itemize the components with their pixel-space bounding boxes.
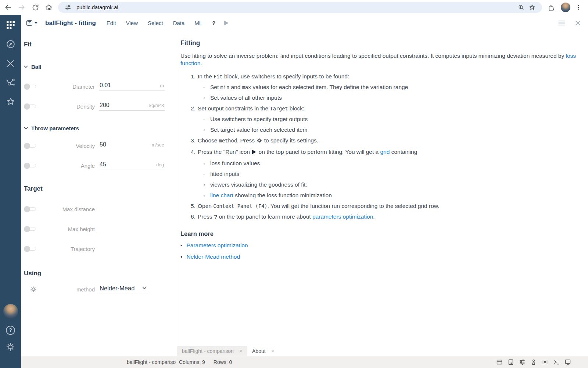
toggle-knob — [24, 84, 30, 90]
close-icon[interactable]: × — [239, 348, 242, 354]
workspaces-button[interactable]: 3 — [26, 20, 37, 26]
variables-icon[interactable] — [542, 359, 548, 365]
parameters-optimization-link[interactable]: Parameters optimization — [186, 242, 248, 249]
circle-bullet: ◦ — [203, 116, 210, 123]
input-angle[interactable]: 45deg — [99, 161, 165, 170]
help-step-5: 5.Open Context Panel (F4). You will get … — [180, 202, 581, 210]
toggle-trajectory[interactable] — [24, 246, 36, 252]
console-icon[interactable] — [553, 359, 560, 365]
group-label: Throw parameters — [31, 125, 79, 131]
toggle-density[interactable] — [24, 103, 36, 110]
toggle-max-distance[interactable] — [24, 206, 36, 212]
method-settings-gear-icon[interactable] — [30, 286, 37, 293]
text: viewers visualizing the goodness of fit: — [210, 181, 307, 188]
toggle-angle[interactable] — [24, 163, 36, 169]
user-info-icon[interactable] — [530, 359, 537, 365]
browse-compass-icon[interactable] — [6, 39, 15, 49]
substep-text: line chart showing the loss function min… — [210, 192, 332, 199]
toggle-diameter[interactable] — [24, 84, 36, 90]
menu-view[interactable]: View — [126, 20, 138, 26]
text: . — [373, 213, 374, 220]
text: . Press — [237, 137, 257, 144]
reload-icon[interactable] — [31, 3, 40, 12]
step-text: Open Context Panel (F4). You will get th… — [198, 202, 439, 210]
target-section-title: Target — [24, 185, 177, 192]
help-menu-button[interactable]: ? — [212, 20, 215, 26]
input-unit: m — [160, 83, 164, 88]
hamburger-menu-icon[interactable] — [558, 20, 565, 26]
zoom-icon[interactable] — [517, 3, 526, 12]
presentation-icon[interactable] — [564, 359, 571, 365]
method-select[interactable]: Nelder-Mead — [99, 285, 148, 294]
browser-profile-avatar[interactable] — [561, 3, 570, 12]
menu-edit[interactable]: Edit — [107, 20, 116, 26]
text: and — [229, 84, 242, 90]
run-button[interactable] — [223, 20, 229, 26]
bookmark-star-icon[interactable] — [528, 3, 537, 12]
target-row-max-distance: Max distance — [21, 199, 177, 219]
user-avatar[interactable] — [3, 304, 18, 319]
run-icon — [252, 149, 257, 156]
fit-section-title: Fit — [24, 41, 177, 48]
share-network-icon[interactable] — [6, 77, 15, 88]
step-text: Set output constraints in the Target blo… — [198, 105, 304, 112]
rows-count[interactable]: Rows: 0 — [214, 359, 232, 365]
input-row-velocity: Velocity50m/sec — [21, 136, 177, 156]
back-icon[interactable] — [4, 3, 12, 12]
browser-menu-icon[interactable] — [574, 3, 583, 12]
url-text[interactable]: public.datagrok.ai — [76, 4, 118, 10]
design-tools-icon[interactable] — [6, 58, 15, 68]
close-icon[interactable] — [575, 20, 581, 26]
step-number: 2. — [180, 105, 198, 112]
tab-ballflight-comparison[interactable]: ballFlight - comparison× — [177, 346, 247, 356]
home-icon[interactable] — [44, 3, 53, 12]
input-row-density: Density200kg/m^3 — [21, 96, 177, 116]
help-step-2: 2.Set output constraints in the Target b… — [180, 105, 581, 112]
menu-ml[interactable]: ML — [194, 20, 202, 26]
parameters-optimization-link[interactable]: parameters optimization — [312, 213, 373, 220]
site-settings-icon[interactable] — [64, 3, 72, 12]
text: Set output constraints in the — [198, 105, 270, 112]
target-row-max-height: Max height — [21, 219, 177, 239]
bottom-tab-bar: ballFlight - comparison×About× — [177, 346, 279, 356]
windows-icon[interactable] — [496, 359, 503, 365]
bullet: • — [180, 242, 182, 249]
substep-text: Set min and max values for each selected… — [210, 84, 408, 91]
columns-panel-icon[interactable] — [508, 359, 514, 365]
menu-data[interactable]: Data — [173, 20, 185, 26]
toggle-max-height[interactable] — [24, 226, 36, 232]
forward-icon[interactable] — [17, 3, 26, 12]
text: Set target value for each selected item — [210, 127, 308, 133]
settings-gear-icon[interactable] — [6, 342, 15, 352]
filters-icon[interactable] — [519, 359, 526, 365]
close-icon[interactable]: × — [271, 348, 274, 354]
input-unit: deg — [156, 162, 164, 167]
group-header-throw-parameters[interactable]: Throw parameters — [24, 125, 177, 131]
input-velocity[interactable]: 50m/sec — [99, 141, 165, 150]
text: block, use switchers to specify inputs t… — [223, 73, 349, 79]
extensions-icon[interactable] — [546, 3, 555, 12]
code-span: Context Panel (F4) — [213, 203, 267, 209]
address-bar[interactable]: public.datagrok.ai — [58, 2, 542, 13]
line-chart-link[interactable]: line chart — [210, 192, 233, 198]
toggle-knob — [24, 163, 30, 169]
toolbar-divider — [557, 4, 557, 11]
nelder-mead-method-link[interactable]: Nelder-Mead method — [186, 254, 240, 260]
text: on the top panel to learn more about — [217, 213, 312, 220]
menu-select[interactable]: Select — [148, 20, 163, 26]
grid-link[interactable]: grid — [380, 149, 390, 155]
input-density[interactable]: 200kg/m^3 — [99, 102, 165, 111]
columns-count[interactable]: Columns: 9 — [179, 359, 205, 365]
input-diameter[interactable]: 0.01m — [99, 82, 165, 91]
favorites-star-icon[interactable] — [6, 96, 15, 107]
browser-toolbar: public.datagrok.ai — [0, 0, 588, 15]
help-circle-icon[interactable]: ? — [6, 325, 15, 335]
tab-about[interactable]: About× — [247, 346, 279, 356]
current-table-name[interactable]: ballFlight - comparison — [127, 359, 176, 365]
datagrok-logo[interactable] — [6, 20, 15, 30]
help-intro: Use fitting to solve an inverse problem:… — [180, 52, 579, 67]
group-header-ball[interactable]: Ball — [24, 64, 177, 70]
toggle-velocity[interactable] — [24, 143, 36, 149]
code-span: method — [219, 138, 237, 144]
tab-label: About — [252, 348, 266, 354]
